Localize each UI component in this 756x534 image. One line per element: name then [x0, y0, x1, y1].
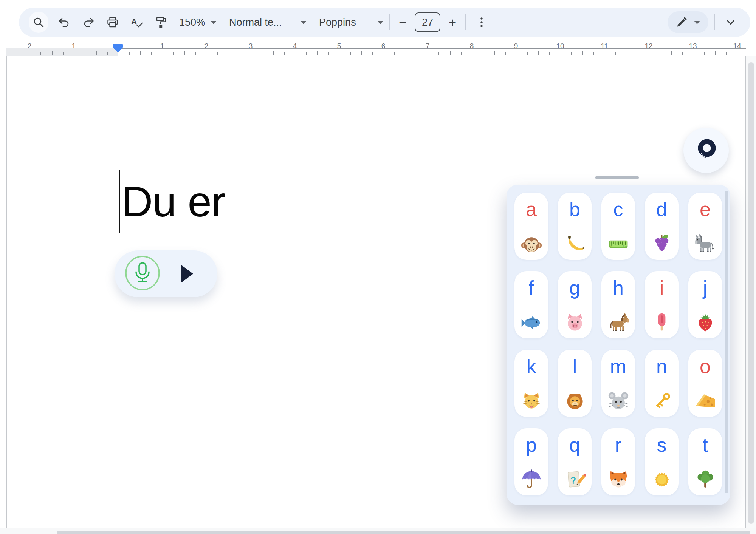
microphone-icon[interactable] — [125, 255, 160, 292]
lion-face-icon — [564, 390, 586, 412]
vertical-scrollbar-track[interactable] — [746, 56, 756, 528]
zoom-control[interactable]: 150% — [179, 17, 217, 28]
horizontal-scrollbar-thumb[interactable] — [57, 531, 750, 534]
panel-drag-handle[interactable] — [595, 176, 639, 179]
alphabet-letter: r — [615, 435, 621, 455]
search-button[interactable] — [29, 12, 48, 33]
ruler-tick — [40, 52, 41, 55]
alphabet-card-d[interactable]: d — [645, 193, 679, 260]
ruler-tick — [151, 52, 152, 55]
kebab-menu-icon — [475, 16, 488, 29]
key-icon — [651, 390, 673, 412]
donkey-icon — [694, 233, 717, 255]
ring-logo-icon — [693, 136, 719, 164]
bottom-bar — [0, 528, 756, 534]
ruler-number: 2 — [28, 42, 32, 50]
panel-scrollbar[interactable] — [725, 191, 728, 493]
redo-icon — [82, 16, 95, 29]
ruler-tick — [273, 51, 274, 55]
chevron-down-icon — [377, 21, 383, 24]
svg-text:A: A — [131, 17, 137, 26]
ruler-tick — [229, 51, 229, 55]
alphabet-card-l[interactable]: l — [558, 350, 592, 417]
spell-check-button[interactable]: A — [127, 12, 147, 33]
print-button[interactable] — [103, 12, 122, 33]
indent-marker[interactable] — [113, 44, 123, 52]
alphabet-card-s[interactable]: s — [645, 428, 679, 495]
alphabet-card-f[interactable]: f — [514, 271, 548, 338]
ruler-tick — [129, 52, 130, 55]
search-icon — [32, 16, 45, 29]
hide-menus-button[interactable] — [721, 12, 741, 33]
paragraph-style-value: Normal te... — [229, 17, 282, 28]
font-family-value: Poppins — [319, 17, 356, 28]
ruler-tick — [704, 52, 705, 55]
paragraph-style-control[interactable]: Normal te... — [229, 17, 307, 28]
assistant-logo-button[interactable] — [683, 128, 729, 173]
ruler-tick — [505, 52, 506, 55]
ruler-number: 1 — [72, 42, 76, 50]
alphabet-card-h[interactable]: h — [601, 271, 635, 338]
alphabet-card-q[interactable]: q? — [558, 428, 592, 495]
alphabet-letter: m — [610, 357, 626, 376]
undo-button[interactable] — [54, 12, 74, 33]
pig-face-icon — [564, 311, 586, 334]
alphabet-letter: t — [702, 435, 708, 455]
ruler-number: 12 — [644, 42, 652, 50]
document-text[interactable]: Du er — [122, 180, 225, 223]
ruler-number: 6 — [381, 42, 386, 50]
cheese-icon — [694, 390, 717, 412]
ruler-number: 3 — [249, 42, 253, 50]
font-family-control[interactable]: Poppins — [319, 17, 383, 28]
ruler-tick — [262, 52, 262, 55]
alphabet-card-o[interactable]: o — [688, 350, 722, 417]
ruler-tick — [527, 52, 528, 55]
alphabet-card-m[interactable]: m — [601, 350, 635, 417]
ruler-tick — [638, 52, 638, 55]
ruler-number: 5 — [337, 42, 341, 50]
alphabet-card-g[interactable]: g — [558, 271, 592, 338]
left-indent-marker[interactable] — [113, 48, 123, 52]
vertical-scrollbar-thumb[interactable] — [748, 62, 754, 524]
ruler-tick — [19, 52, 19, 55]
paint-format-button[interactable] — [151, 12, 171, 33]
first-line-indent-marker[interactable] — [113, 44, 123, 48]
alphabet-card-r[interactable]: r — [601, 428, 635, 495]
alphabet-card-c[interactable]: c01cm — [601, 193, 635, 260]
alphabet-card-a[interactable]: a — [514, 193, 548, 260]
ruler-tick — [627, 51, 627, 55]
more-options-button[interactable] — [472, 12, 491, 33]
alphabet-card-p[interactable]: p — [514, 428, 548, 495]
editing-mode-button[interactable] — [668, 11, 708, 33]
decrease-font-size-button[interactable]: − — [396, 15, 409, 30]
alphabet-letter: j — [703, 278, 708, 298]
alphabet-letter: f — [528, 278, 534, 298]
paint-format-icon — [155, 16, 167, 29]
ruler-tick — [682, 52, 683, 55]
ruler-tick — [96, 51, 97, 55]
font-size-input[interactable]: 27 — [415, 12, 440, 32]
alphabet-card-b[interactable]: b — [558, 193, 592, 260]
alphabet-card-j[interactable]: j — [688, 271, 722, 338]
alphabet-letter: o — [700, 357, 711, 376]
increase-font-size-button[interactable]: + — [446, 15, 459, 30]
alphabet-card-i[interactable]: i — [645, 271, 679, 338]
ruler-tick — [284, 52, 285, 55]
ruler-tick — [406, 51, 406, 55]
ruler-number: 8 — [470, 42, 474, 50]
alphabet-card-e[interactable]: e — [688, 193, 722, 260]
chevron-down-icon — [724, 16, 737, 29]
fish-icon — [520, 311, 543, 334]
print-icon — [106, 16, 119, 29]
alphabet-card-k[interactable]: k — [514, 350, 548, 417]
ruler-margin-band — [6, 48, 118, 56]
alphabet-card-t[interactable]: t — [688, 428, 722, 495]
alphabet-card-n[interactable]: n — [645, 350, 679, 417]
sun-icon — [651, 468, 673, 491]
svg-text:1cm: 1cm — [623, 245, 627, 247]
alphabet-letter: h — [613, 278, 624, 298]
alphabet-letter: p — [526, 435, 537, 455]
redo-button[interactable] — [79, 12, 98, 33]
alphabet-panel: abc01cmdefghijklmnopq?rst — [507, 185, 730, 505]
play-button[interactable] — [181, 265, 193, 282]
